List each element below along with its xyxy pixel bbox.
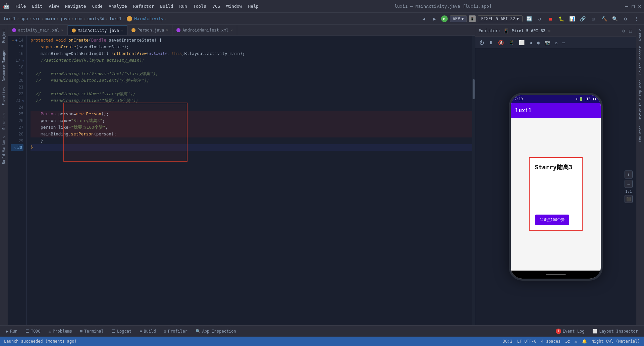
- menu-vcs[interactable]: VCS: [210, 2, 223, 10]
- code-line-28: mainBinding.setPerson(person);: [31, 131, 472, 137]
- menu-code[interactable]: Code: [90, 2, 105, 10]
- profiler-tab-label: Profiler: [168, 329, 187, 334]
- breadcrumb-unity3d[interactable]: unity3d: [87, 16, 104, 21]
- em-pause-btn[interactable]: ⏸: [487, 39, 495, 46]
- phone-screen: 7:19 ▮ 🔋 LTE ▮▮ luxi1 Star: [511, 95, 601, 279]
- em-screen-btn[interactable]: ⬜: [518, 39, 526, 46]
- run-tab[interactable]: ▶ Run: [3, 328, 21, 335]
- menu-run[interactable]: Run: [176, 2, 190, 10]
- menu-build[interactable]: Build: [157, 2, 176, 10]
- code-lines[interactable]: protected void onCreate(Bundle savedInst…: [26, 36, 472, 325]
- minimize-button[interactable]: —: [625, 3, 628, 9]
- breadcrumb-java[interactable]: java: [60, 16, 70, 21]
- tab-close-person[interactable]: ✕: [166, 28, 168, 32]
- sync-button[interactable]: 🔄: [525, 14, 533, 23]
- em-screenshot-btn[interactable]: 📷: [543, 39, 551, 46]
- breadcrumb-main[interactable]: main: [45, 16, 55, 21]
- run-config-selector[interactable]: APP ▼: [450, 15, 467, 22]
- tab-activity-main-xml[interactable]: activity_main.xml ✕: [8, 25, 68, 35]
- menu-edit[interactable]: Edit: [29, 2, 45, 10]
- menu-window[interactable]: Window: [224, 2, 245, 10]
- panel-build-variants[interactable]: Build Variants: [1, 133, 6, 167]
- profiler-tab[interactable]: ◎ Profiler: [161, 328, 191, 335]
- menu-navigate[interactable]: Navigate: [62, 2, 89, 10]
- profiler-button[interactable]: 📊: [568, 14, 576, 23]
- device-selector[interactable]: PIXEL 5 API 32 ▼: [478, 15, 523, 22]
- breadcrumb-luxi1[interactable]: luxi1: [3, 16, 15, 21]
- settings-button[interactable]: ⚙: [621, 14, 630, 23]
- snapshot-button[interactable]: ⬛: [625, 195, 633, 203]
- menu-tools[interactable]: Tools: [191, 2, 209, 10]
- emulator-close-tab[interactable]: ✕: [548, 28, 550, 33]
- xml-icon-manifest: [176, 28, 180, 32]
- em-back-btn[interactable]: ◀: [528, 39, 533, 46]
- em-mute-btn[interactable]: 🔇: [497, 39, 505, 46]
- build-tab[interactable]: ≡ Build: [136, 328, 159, 335]
- em-power-btn[interactable]: ⏻: [478, 39, 485, 46]
- emulator-maximize-btn[interactable]: □: [629, 27, 633, 34]
- layout-inspector-button[interactable]: ⬜ Layout Inspector: [589, 328, 641, 335]
- menu-analyze[interactable]: Analyze: [106, 2, 130, 10]
- scrollbar-thumb[interactable]: [473, 79, 475, 99]
- breadcrumb-mainactivity[interactable]: MainActivity: [135, 16, 164, 21]
- sidebar-emulator[interactable]: Emulator: [638, 123, 643, 145]
- terminal-tab[interactable]: ⊞ Terminal: [77, 328, 107, 335]
- code-line-14: protected void onCreate(Bundle savedInst…: [31, 37, 472, 44]
- panel-resource-manager[interactable]: Resource Manager: [1, 46, 6, 84]
- sidebar-device-file-explorer[interactable]: Device File Explorer: [638, 77, 643, 123]
- forward-nav-button[interactable]: ▶: [430, 14, 439, 23]
- tab-label-person: Person.java: [138, 28, 164, 33]
- tab-close-manifest[interactable]: ✕: [231, 28, 233, 32]
- sidebar-gradle[interactable]: Gradle: [638, 26, 643, 44]
- right-sidebar: Gradle Device Manager Device File Explor…: [636, 25, 644, 325]
- menu-help[interactable]: Help: [246, 2, 261, 10]
- menu-refactor[interactable]: Refactor: [130, 2, 157, 10]
- back-nav-button[interactable]: ◀: [420, 14, 428, 23]
- code-line-21: [31, 84, 472, 91]
- zoom-plus-button[interactable]: +: [625, 171, 633, 179]
- vertical-scrollbar[interactable]: [472, 36, 475, 325]
- breadcrumb-src[interactable]: src: [33, 16, 40, 21]
- phone-button[interactable]: 我要点100个赞: [535, 215, 570, 225]
- tab-close-mainactivity[interactable]: ✕: [121, 28, 123, 32]
- breadcrumb-app[interactable]: app: [20, 16, 28, 21]
- phone-card: Starry陆离3 我要点100个赞: [529, 157, 583, 231]
- code-editor[interactable]: ⚠ ◉ 14 15 16 17 ◁ 18 19 20 21 22: [8, 36, 475, 325]
- em-more-btn[interactable]: ⋯: [561, 39, 566, 46]
- zoom-minus-button[interactable]: −: [625, 180, 633, 188]
- em-refresh-btn[interactable]: ↺: [553, 39, 559, 46]
- debug-button[interactable]: 🐛: [557, 14, 566, 23]
- logcat-tab[interactable]: ☰ Logcat: [108, 328, 135, 335]
- breadcrumb-com[interactable]: com: [75, 16, 82, 21]
- attach-button[interactable]: 🔗: [578, 14, 587, 23]
- menu-view[interactable]: View: [46, 2, 62, 10]
- panel-structure[interactable]: Structure: [1, 109, 6, 132]
- tab-androidmanifest-xml[interactable]: AndroidManifest.xml ✕: [172, 25, 237, 35]
- menu-file[interactable]: File: [13, 2, 29, 10]
- close-button[interactable]: ✕: [638, 3, 641, 9]
- rerun-button[interactable]: ↺: [535, 14, 544, 23]
- panel-project[interactable]: Project: [1, 26, 6, 46]
- problems-tab[interactable]: ⚠ Problems: [45, 328, 75, 335]
- emulator-settings-btn[interactable]: ⚙: [622, 27, 626, 34]
- maximize-button[interactable]: ❐: [632, 3, 635, 9]
- app-inspection-tab[interactable]: 🔍 App Inspection: [192, 328, 239, 335]
- em-home-btn[interactable]: ●: [535, 39, 541, 46]
- em-rotate-btn[interactable]: 📱: [507, 39, 516, 46]
- event-log-button[interactable]: 1 Event Log: [554, 328, 586, 335]
- tab-mainactivity-java[interactable]: MainActivity.java ✕: [68, 25, 127, 35]
- sidebar-device-manager[interactable]: Device Manager: [638, 44, 643, 77]
- event-log-badge: 1: [556, 329, 561, 334]
- phone-time: 7:19: [515, 97, 523, 101]
- more-actions-button[interactable]: ⋮: [632, 14, 641, 23]
- todo-tab[interactable]: ☰ TODO: [22, 328, 44, 335]
- stop-button[interactable]: ■: [546, 14, 555, 23]
- coverage-button[interactable]: ☑: [589, 14, 598, 23]
- tab-person-java[interactable]: Person.java ✕: [127, 25, 173, 35]
- tab-close-activity-main[interactable]: ✕: [61, 28, 63, 32]
- run-android-button[interactable]: ▶: [441, 15, 448, 22]
- build-button[interactable]: 🔨: [600, 14, 608, 23]
- panel-favorites[interactable]: Favorites: [1, 84, 6, 108]
- search-button[interactable]: 🔍: [610, 14, 619, 23]
- breadcrumb-luxi1-pkg[interactable]: luxi1: [109, 16, 121, 21]
